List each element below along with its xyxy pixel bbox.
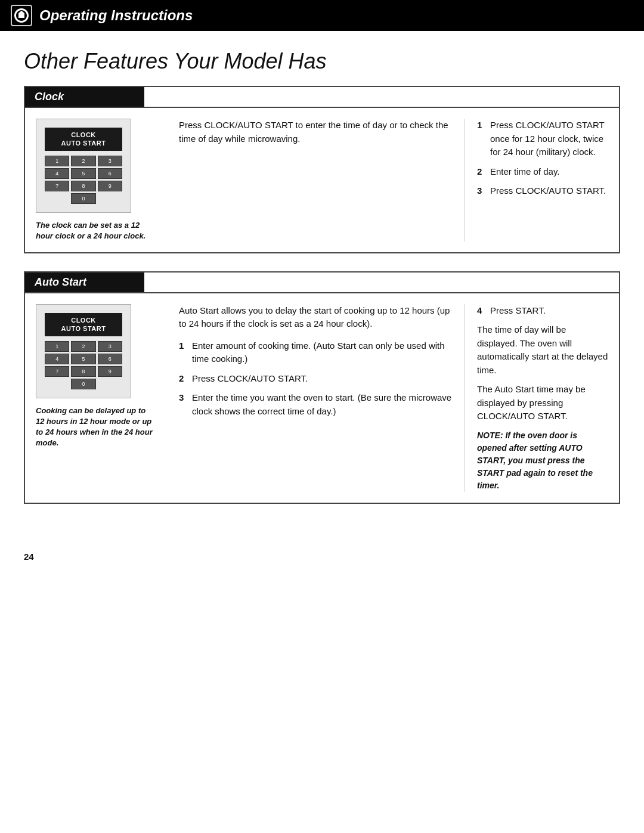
num-key-7: 7 <box>45 181 69 191</box>
as-num-key-3: 3 <box>98 341 122 352</box>
header-title: Operating Instructions <box>39 7 193 24</box>
autostart-section-header: Auto Start <box>25 272 144 292</box>
autostart-btn-line2: AUTO START <box>49 324 117 333</box>
autostart-step-3: 3 Enter the time you want the oven to st… <box>179 391 453 418</box>
clock-step-num-2: 2 <box>477 165 487 179</box>
clock-right-col: 1 Press CLOCK/AUTO START once for 12 hou… <box>465 119 608 241</box>
num-key-6: 6 <box>98 168 122 179</box>
clock-section-header-row: Clock <box>25 87 619 108</box>
autostart-step-2: 2 Press CLOCK/AUTO START. <box>179 372 453 386</box>
as-step-num-3: 3 <box>179 391 188 418</box>
as-step-text-2: Press CLOCK/AUTO START. <box>192 372 308 386</box>
autostart-step-list: 1 Enter amount of cooking time. (Auto St… <box>179 339 453 419</box>
main-content: Clock CLOCK AUTO START 1 2 3 4 5 <box>0 86 644 546</box>
clock-btn-line2: AUTO START <box>49 139 117 147</box>
as-num-key-2: 2 <box>71 341 95 352</box>
clock-section-header: Clock <box>25 87 144 107</box>
clock-btn-line1: CLOCK <box>49 131 117 139</box>
clock-keypad-box: CLOCK AUTO START 1 2 3 4 5 6 7 8 9 0 <box>36 119 131 213</box>
as-step-text-1: Enter amount of cooking time. (Auto Star… <box>192 339 453 366</box>
as-num-key-4: 4 <box>45 354 69 364</box>
num-key-9: 9 <box>98 181 122 191</box>
num-key-5: 5 <box>71 168 95 179</box>
as-step-num-2: 2 <box>179 372 188 386</box>
autostart-right-note: NOTE: If the oven door is opened after s… <box>477 429 608 492</box>
autostart-right-col: 4 Press START. The time of day will be d… <box>465 304 608 492</box>
autostart-mid-col: Auto Start allows you to delay the start… <box>167 304 465 492</box>
clock-step-num-3: 3 <box>477 184 487 198</box>
clock-keypad-button: CLOCK AUTO START <box>45 128 122 151</box>
as-num-key-1: 1 <box>45 341 69 352</box>
clock-numpad-grid: 1 2 3 4 5 6 7 8 9 0 <box>45 156 122 204</box>
as-num-key-0: 0 <box>71 379 95 389</box>
clock-right-step-1: 1 Press CLOCK/AUTO START once for 12 hou… <box>477 119 608 159</box>
autostart-step-1: 1 Enter amount of cooking time. (Auto St… <box>179 339 453 366</box>
clock-right-step-2: 2 Enter time of day. <box>477 165 608 179</box>
num-key-8: 8 <box>71 181 95 191</box>
clock-right-step-3: 3 Press CLOCK/AUTO START. <box>477 184 608 198</box>
autostart-section: Auto Start CLOCK AUTO START 1 2 3 4 5 <box>24 271 620 504</box>
autostart-left-note: Cooking can be delayed up to 12 hours in… <box>36 405 155 449</box>
as-step-text-3: Enter the time you want the oven to star… <box>192 391 453 418</box>
as-right-step-text-4: Press START. <box>490 304 546 318</box>
autostart-keypad-button: CLOCK AUTO START <box>45 313 122 336</box>
autostart-btn-line1: CLOCK <box>49 316 117 324</box>
autostart-left-col: CLOCK AUTO START 1 2 3 4 5 6 7 8 9 0 <box>36 304 167 492</box>
page-title: Other Features Your Model Has <box>0 31 644 86</box>
logo-icon <box>11 5 32 26</box>
clock-step-text-2: Enter time of day. <box>490 165 559 179</box>
autostart-keypad-box: CLOCK AUTO START 1 2 3 4 5 6 7 8 9 0 <box>36 304 131 398</box>
header-bar: Operating Instructions <box>0 0 644 31</box>
num-key-3: 3 <box>98 156 122 166</box>
as-num-key-6: 6 <box>98 354 122 364</box>
num-key-0: 0 <box>71 193 95 204</box>
as-num-key-7: 7 <box>45 366 69 377</box>
page-number: 24 <box>0 546 644 568</box>
clock-section-label: Clock <box>35 91 64 103</box>
autostart-section-header-row: Auto Start <box>25 272 619 293</box>
num-key-4: 4 <box>45 168 69 179</box>
autostart-mid-intro: Auto Start allows you to delay the start… <box>179 304 453 331</box>
clock-section: Clock CLOCK AUTO START 1 2 3 4 5 <box>24 86 620 253</box>
clock-left-col: CLOCK AUTO START 1 2 3 4 5 6 7 8 9 0 <box>36 119 167 241</box>
as-num-key-8: 8 <box>71 366 95 377</box>
num-key-1: 1 <box>45 156 69 166</box>
clock-left-note: The clock can be set as a 12 hour clock … <box>36 220 155 241</box>
clock-step-text-1: Press CLOCK/AUTO START once for 12 hour … <box>490 119 608 159</box>
clock-mid-intro: Press CLOCK/AUTO START to enter the time… <box>179 119 453 145</box>
as-right-step-num-4: 4 <box>477 304 487 318</box>
num-key-2: 2 <box>71 156 95 166</box>
clock-mid-col: Press CLOCK/AUTO START to enter the time… <box>167 119 465 241</box>
as-step-num-1: 1 <box>179 339 188 366</box>
autostart-right-para-1: The time of day will be displayed. The o… <box>477 323 608 377</box>
as-num-key-9: 9 <box>98 366 122 377</box>
as-num-key-5: 5 <box>71 354 95 364</box>
clock-section-body: CLOCK AUTO START 1 2 3 4 5 6 7 8 9 0 <box>25 108 619 252</box>
brand-icon <box>13 7 30 24</box>
clock-step-text-3: Press CLOCK/AUTO START. <box>490 184 606 198</box>
autostart-section-body: CLOCK AUTO START 1 2 3 4 5 6 7 8 9 0 <box>25 293 619 503</box>
autostart-right-para-2: The Auto Start time may be displayed by … <box>477 383 608 423</box>
autostart-right-step-4: 4 Press START. <box>477 304 608 318</box>
clock-step-num-1: 1 <box>477 119 487 159</box>
autostart-section-label: Auto Start <box>35 276 86 288</box>
autostart-numpad-grid: 1 2 3 4 5 6 7 8 9 0 <box>45 341 122 389</box>
